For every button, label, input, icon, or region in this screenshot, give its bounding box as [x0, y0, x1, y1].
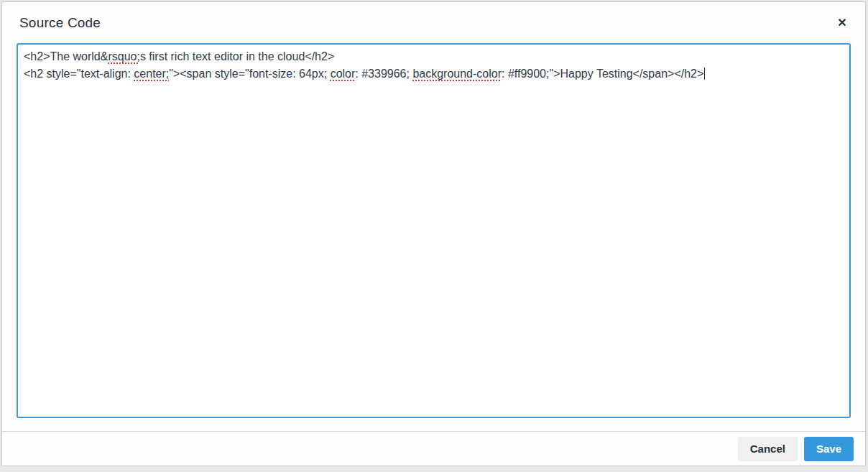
code-line: <h2>The world&rsquo;s first rich text ed… [24, 48, 844, 65]
code-segment: background-color [412, 68, 502, 80]
dialog-footer: Cancel Save [2, 432, 865, 466]
code-segment: color [331, 68, 356, 80]
text-caret [704, 68, 705, 80]
cancel-button[interactable]: Cancel [738, 437, 798, 461]
code-segment: "><span style="font-size: 64px; [169, 68, 330, 80]
code-segment: s first rich text editor in the cloud</h… [140, 50, 334, 63]
save-button[interactable]: Save [804, 437, 854, 461]
code-segment: : #339966; [355, 68, 412, 80]
close-icon: ✕ [837, 17, 846, 29]
code-segment: <h2 style="text-align: [24, 68, 134, 80]
code-segment: <h2>The world& [24, 50, 108, 63]
source-code-textarea[interactable]: <h2>The world&rsquo;s first rich text ed… [17, 43, 851, 418]
code-segment: : #ff9900;">Happy Testing</span></h2> [502, 68, 703, 80]
dialog-body: <h2>The world&rsquo;s first rich text ed… [2, 43, 865, 431]
dialog-header: Source Code ✕ [2, 2, 865, 43]
code-segment: rsquo; [108, 50, 139, 63]
source-code-dialog: Source Code ✕ <h2>The world&rsquo;s firs… [1, 1, 866, 466]
dialog-title: Source Code [19, 15, 101, 31]
code-line: <h2 style="text-align: center;"><span st… [24, 65, 844, 83]
close-button[interactable]: ✕ [829, 10, 855, 36]
code-segment: center; [134, 68, 169, 80]
